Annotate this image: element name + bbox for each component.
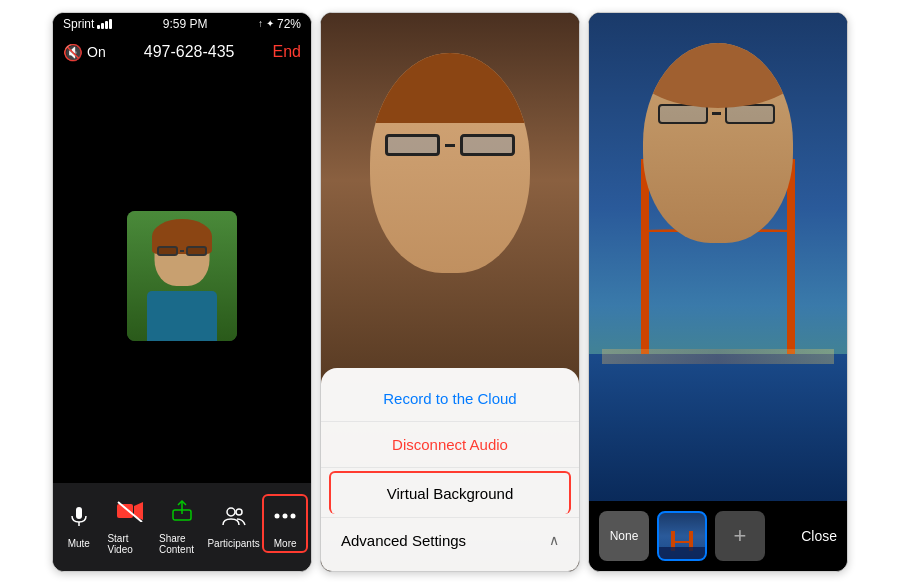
start-video-button[interactable]: Start Video: [107, 493, 153, 555]
call-content: [53, 70, 311, 483]
bg-none-label: None: [610, 529, 639, 543]
bluetooth-icon: ✦: [266, 18, 274, 29]
disconnect-audio-item[interactable]: Disconnect Audio: [321, 422, 579, 468]
screenshots-container: Sprint 9:59 PM ↑ ✦ 72% 🔇 On 497-628-435 …: [0, 0, 900, 583]
status-bar-left: Sprint: [63, 17, 112, 31]
ellipsis-icon: [267, 498, 303, 534]
status-bar-right: ↑ ✦ 72%: [258, 17, 301, 31]
svg-point-8: [275, 514, 280, 519]
svg-rect-0: [76, 507, 82, 519]
bg-bridge-option[interactable]: [657, 511, 707, 561]
carrier-label: Sprint: [63, 17, 94, 31]
mute-icon: 🔇: [63, 43, 83, 62]
bg-none-option[interactable]: None: [599, 511, 649, 561]
screen3-vbg: None + Close: [588, 12, 848, 572]
arrow-icon: ↑: [258, 18, 263, 29]
add-icon: +: [734, 523, 747, 549]
expand-icon: ∧: [549, 532, 559, 548]
advanced-settings-label: Advanced Settings: [341, 532, 466, 549]
bg-video-feed: [589, 13, 847, 501]
battery-label: 72%: [277, 17, 301, 31]
screen1-call: Sprint 9:59 PM ↑ ✦ 72% 🔇 On 497-628-435 …: [52, 12, 312, 572]
svg-point-9: [283, 514, 288, 519]
call-header: 🔇 On 497-628-435 End: [53, 35, 311, 70]
menu-overlay: Record to the Cloud Disconnect Audio Vir…: [321, 368, 579, 571]
start-video-btn-label: Start Video: [107, 533, 153, 555]
end-button[interactable]: End: [273, 43, 301, 61]
mute-label: On: [87, 44, 106, 60]
caller-thumbnail: [127, 211, 237, 341]
share-content-button[interactable]: Share Content: [159, 493, 205, 555]
more-button[interactable]: More: [262, 494, 308, 553]
status-bar-1: Sprint 9:59 PM ↑ ✦ 72%: [53, 13, 311, 35]
share-icon: [164, 493, 200, 529]
screen2-menu: Record to the Cloud Disconnect Audio Vir…: [320, 12, 580, 572]
participants-icon: [216, 498, 252, 534]
mute-btn-label: Mute: [68, 538, 90, 549]
share-content-btn-label: Share Content: [159, 533, 205, 555]
mic-icon: [61, 498, 97, 534]
participants-button[interactable]: Participants: [211, 498, 257, 549]
close-button[interactable]: Close: [801, 528, 837, 544]
participants-btn-label: Participants: [207, 538, 259, 549]
advanced-settings-item[interactable]: Advanced Settings ∧: [321, 518, 579, 563]
phone-number: 497-628-435: [106, 43, 273, 61]
svg-point-7: [236, 509, 242, 515]
virtual-background-item[interactable]: Virtual Background: [329, 471, 571, 514]
record-cloud-item[interactable]: Record to the Cloud: [321, 376, 579, 422]
more-btn-label: More: [274, 538, 297, 549]
bg-add-option[interactable]: +: [715, 511, 765, 561]
svg-point-10: [291, 514, 296, 519]
time-label: 9:59 PM: [163, 17, 208, 31]
signal-bars-icon: [97, 19, 112, 29]
video-slash-icon: [112, 493, 148, 529]
call-toolbar: Mute Start Video: [53, 483, 311, 571]
svg-rect-2: [117, 504, 133, 518]
svg-point-6: [227, 508, 235, 516]
mute-button[interactable]: Mute: [56, 498, 102, 549]
bg-bottom-bar: None + Close: [589, 501, 847, 571]
